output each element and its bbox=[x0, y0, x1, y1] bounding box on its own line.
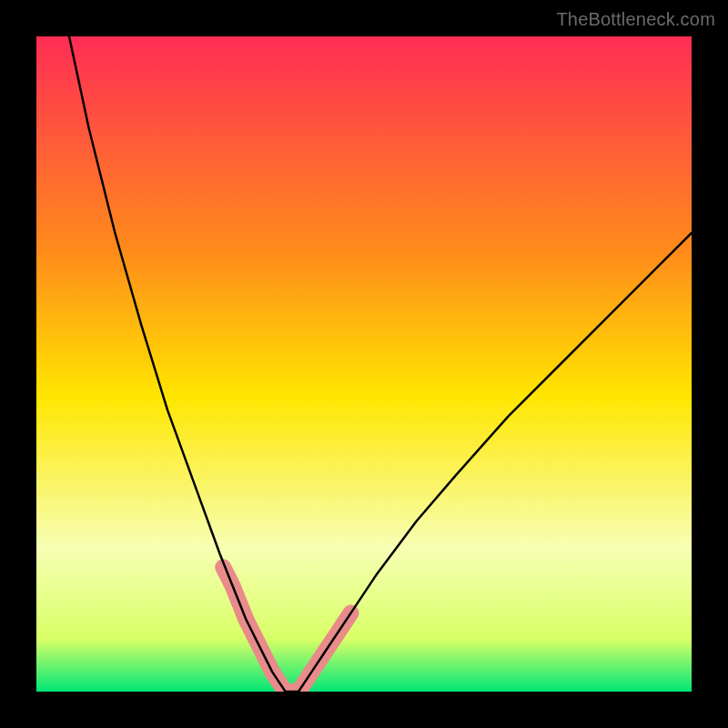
plot-area bbox=[36, 36, 692, 692]
chart-frame: TheBottleneck.com bbox=[0, 0, 728, 728]
watermark-label: TheBottleneck.com bbox=[556, 9, 715, 30]
chart-svg bbox=[36, 36, 692, 692]
